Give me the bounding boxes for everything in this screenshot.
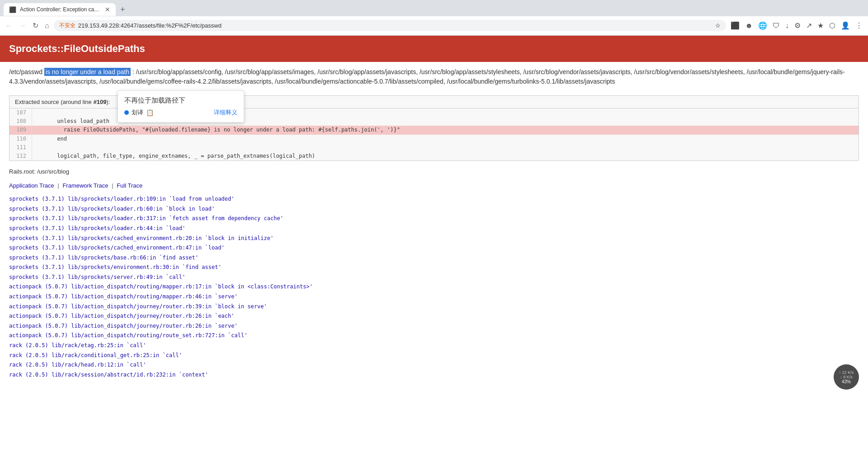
trace-link[interactable]: sprockets (3.7.1) lib/sprockets/cached_e… [9, 235, 274, 241]
translation-tooltip: 不再位于加载路径下 划译 📋 详细释义 [118, 90, 244, 122]
trace-link[interactable]: sprockets (3.7.1) lib/sprockets/environm… [9, 264, 222, 270]
sync-icon[interactable]: ⬡ [827, 19, 837, 32]
bookmark-icon[interactable]: ★ [816, 19, 826, 32]
list-item: sprockets (3.7.1) lib/sprockets/cached_e… [9, 234, 859, 244]
extension-icon-7[interactable]: ↗ [804, 19, 814, 32]
tooltip-translate-label: 划译 [132, 108, 143, 117]
error-header: Sprockets::FileOutsidePaths [0, 36, 868, 62]
line-number: 110 [9, 135, 32, 143]
security-warning: 不安全 [59, 22, 75, 29]
error-highlight: is no longer under a load path [44, 68, 131, 76]
divider-2: | [112, 182, 113, 189]
upload-speed: ↑ 22 K/s [839, 370, 854, 375]
list-item: rack (2.0.5) lib/rack/head.rb:12:in `cal… [9, 360, 859, 370]
line-code [32, 143, 43, 152]
list-item: sprockets (3.7.1) lib/sprockets/cached_e… [9, 243, 859, 253]
address-bar[interactable]: 不安全 219.153.49.228:42647/assets/file:%2F… [54, 20, 726, 31]
list-item: actionpack (5.0.7) lib/action_dispatch/j… [9, 311, 859, 321]
trace-link[interactable]: rack (2.0.5) lib/rack/etag.rb:25:in `cal… [9, 342, 146, 349]
menu-icon[interactable]: ⋮ [854, 19, 864, 32]
extension-icon-3[interactable]: 🌐 [756, 19, 769, 32]
trace-link[interactable]: sprockets (3.7.1) lib/sprockets/server.r… [9, 274, 185, 280]
source-line-number: #109 [93, 99, 106, 105]
list-item: sprockets (3.7.1) lib/sprockets/loader.r… [9, 204, 859, 214]
trace-link[interactable]: rack (2.0.5) lib/rack/conditional_get.rb… [9, 352, 182, 358]
line-number: 111 [9, 143, 32, 152]
nav-actions: ⬛ ☻ 🌐 🛡 ↓ ⚙ ↗ ★ ⬡ 👤 ⋮ [729, 19, 864, 32]
list-item: actionpack (5.0.7) lib/action_dispatch/j… [9, 321, 859, 331]
trace-link[interactable]: actionpack (5.0.7) lib/action_dispatch/r… [9, 283, 313, 290]
list-item: actionpack (5.0.7) lib/action_dispatch/r… [9, 292, 859, 302]
trace-link[interactable]: actionpack (5.0.7) lib/action_dispatch/j… [9, 303, 267, 310]
extension-icon-4[interactable]: 🛡 [771, 20, 782, 32]
back-button[interactable]: ← [4, 20, 14, 32]
trace-link[interactable]: actionpack (5.0.7) lib/action_dispatch/r… [9, 293, 238, 300]
rails-root: Rails.root: /usr/src/blog [0, 165, 868, 179]
divider-1: | [57, 182, 59, 189]
trace-link[interactable]: sprockets (3.7.1) lib/sprockets/cached_e… [9, 245, 225, 251]
browser-chrome: ⬛ Action Controller: Exception cau... ✕ … [0, 0, 868, 36]
tooltip-actions: 划译 📋 详细释义 [124, 108, 237, 117]
tab-close-button[interactable]: ✕ [105, 6, 110, 13]
trace-link[interactable]: sprockets (3.7.1) lib/sprockets/loader.r… [9, 215, 283, 221]
line-number: 107 [9, 108, 32, 117]
full-trace-link[interactable]: Full Trace [117, 182, 142, 189]
tooltip-detail-link[interactable]: 详细释义 [214, 108, 237, 117]
copy-icon[interactable]: 📋 [146, 109, 154, 116]
line-number: 109 [9, 126, 32, 134]
application-trace-link[interactable]: Application Trace [9, 182, 54, 189]
source-title-suffix: ): [106, 99, 110, 105]
extension-icon-1[interactable]: ⬛ [729, 19, 741, 32]
extension-icon-2[interactable]: ☻ [743, 20, 755, 32]
trace-link[interactable]: sprockets (3.7.1) lib/sprockets/loader.r… [9, 206, 215, 212]
list-item: sprockets (3.7.1) lib/sprockets/environm… [9, 263, 859, 273]
trace-link[interactable]: rack (2.0.5) lib/rack/head.rb:12:in `cal… [9, 362, 146, 368]
tab-favicon: ⬛ [9, 6, 16, 13]
profile-icon[interactable]: 👤 [839, 19, 852, 32]
extension-icon-5[interactable]: ↓ [783, 20, 791, 32]
source-title-text: Extracted source (around line [15, 99, 93, 105]
line-code: logical_path, file_type, engine_extnames… [32, 152, 321, 160]
trace-link[interactable]: sprockets (3.7.1) lib/sprockets/loader.r… [9, 196, 235, 202]
error-path: /etc/passwd [9, 68, 42, 75]
trace-link[interactable]: actionpack (5.0.7) lib/action_dispatch/j… [9, 313, 235, 319]
reload-button[interactable]: ↻ [31, 19, 40, 32]
error-message: /etc/passwd is no longer under a load pa… [0, 62, 868, 92]
line-number: 112 [9, 152, 32, 160]
code-line: 111 [9, 143, 859, 152]
list-item: sprockets (3.7.1) lib/sprockets/base.rb:… [9, 253, 859, 263]
trace-link[interactable]: actionpack (5.0.7) lib/action_dispatch/j… [9, 323, 238, 329]
new-tab-button[interactable]: + [118, 5, 128, 14]
trace-list: sprockets (3.7.1) lib/sprockets/loader.r… [0, 193, 868, 389]
code-line: 109 raise FileOutsidePaths, "#{unloaded.… [9, 126, 859, 134]
list-item: rack (2.0.5) lib/rack/session/abstract/i… [9, 370, 859, 380]
trace-link[interactable]: sprockets (3.7.1) lib/sprockets/loader.r… [9, 225, 185, 231]
page-content: Sprockets::FileOutsidePaths /etc/passwd … [0, 36, 868, 389]
network-percent-value: 43 [842, 379, 847, 384]
address-icons: ☆ [715, 22, 721, 29]
code-line: 112 logical_path, file_type, engine_extn… [9, 152, 859, 160]
url-text: 219.153.49.228:42647/assets/file:%2F%2F/… [78, 22, 712, 29]
active-tab[interactable]: ⬛ Action Controller: Exception cau... ✕ [4, 3, 116, 16]
tooltip-dot-icon [124, 110, 129, 115]
network-percent-display: 43% [842, 379, 851, 384]
tooltip-translate: 划译 📋 [124, 108, 154, 117]
forward-button[interactable]: → [17, 20, 28, 32]
trace-link[interactable]: sprockets (3.7.1) lib/sprockets/base.rb:… [9, 254, 198, 261]
tab-title: Action Controller: Exception cau... [20, 6, 101, 13]
trace-link[interactable]: actionpack (5.0.7) lib/action_dispatch/r… [9, 332, 247, 339]
home-button[interactable]: ⌂ [43, 20, 51, 32]
framework-trace-link[interactable]: Framework Trace [62, 182, 108, 189]
list-item: actionpack (5.0.7) lib/action_dispatch/r… [9, 282, 859, 292]
trace-link[interactable]: rack (2.0.5) lib/rack/session/abstract/i… [9, 372, 208, 378]
download-speed: ↓ 8 K/s [840, 375, 853, 379]
error-suffix: : /usr/src/blog/app/assets/config, /usr/… [9, 68, 845, 85]
network-indicator: ↑ 22 K/s ↓ 8 K/s 43% [834, 364, 859, 389]
extension-icon-6[interactable]: ⚙ [793, 19, 802, 32]
error-title: Sprockets::FileOutsidePaths [9, 43, 859, 55]
line-code: raise FileOutsidePaths, "#{unloaded.file… [32, 126, 406, 134]
tooltip-chinese-text: 不再位于加载路径下 [124, 96, 237, 105]
list-item: sprockets (3.7.1) lib/sprockets/server.r… [9, 273, 859, 283]
trace-links: Application Trace | Framework Trace | Fu… [0, 179, 868, 193]
bookmark-star-icon[interactable]: ☆ [715, 22, 721, 29]
